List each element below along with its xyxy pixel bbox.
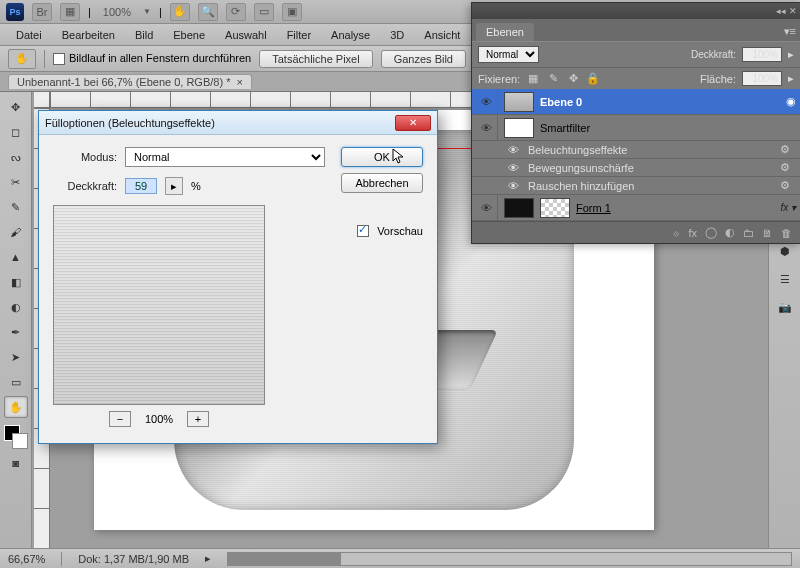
zoom-dropdown-icon[interactable]: ▼ [143, 7, 151, 16]
filter-blend-icon[interactable]: ⚙ [780, 143, 796, 156]
new-group-icon[interactable]: 🗀 [743, 227, 754, 239]
filter-blend-icon[interactable]: ⚙ [780, 179, 796, 192]
layer-ebene-0[interactable]: 👁 Ebene 0 ◉ [472, 89, 800, 115]
menu-bild[interactable]: Bild [127, 26, 161, 44]
eraser-tool[interactable]: ◧ [4, 271, 28, 293]
layer-mask-icon[interactable]: ◯ [705, 226, 717, 239]
lock-transparent-icon[interactable]: ▦ [526, 72, 540, 86]
color-swatches[interactable] [4, 425, 28, 449]
panel-collapse-icon[interactable]: ◂◂ [776, 6, 786, 16]
lock-position-icon[interactable]: ✥ [566, 72, 580, 86]
visibility-icon[interactable]: 👁 [479, 122, 495, 134]
mini-bridge-button[interactable]: ▦ [60, 3, 80, 21]
zoom-tool-shortcut[interactable]: 🔍 [198, 3, 218, 21]
layer-fx-icon[interactable]: fx [688, 227, 697, 239]
lock-all-icon[interactable]: 🔒 [586, 72, 600, 86]
menu-filter[interactable]: Filter [279, 26, 319, 44]
opacity-flyout-icon[interactable]: ▸ [788, 48, 794, 61]
dialog-preview-image[interactable] [53, 205, 265, 405]
arrange-docs-button[interactable]: ▭ [254, 3, 274, 21]
dialog-close-icon[interactable]: ✕ [395, 115, 431, 131]
hand-tool-shortcut[interactable]: ✋ [170, 3, 190, 21]
visibility-icon[interactable]: 👁 [508, 144, 522, 156]
fill-flyout-icon[interactable]: ▸ [788, 72, 794, 85]
dev-icon[interactable]: ☰ [773, 268, 797, 290]
menu-ebene[interactable]: Ebene [165, 26, 213, 44]
photo-icon[interactable]: 📷 [773, 296, 797, 318]
path-select-tool[interactable]: ➤ [4, 346, 28, 368]
lock-label: Fixieren: [478, 73, 520, 85]
fit-screen-button[interactable]: Ganzes Bild [381, 50, 466, 68]
layer-thumb[interactable] [504, 92, 534, 112]
shape-tool[interactable]: ▭ [4, 371, 28, 393]
status-menu-icon[interactable]: ▸ [205, 552, 211, 565]
opacity-field[interactable]: 100% [742, 47, 782, 62]
filter-mask-thumb[interactable] [504, 118, 534, 138]
scroll-all-checkbox[interactable]: Bildlauf in allen Fenstern durchführen [53, 52, 251, 65]
menu-auswahl[interactable]: Auswahl [217, 26, 275, 44]
rotate-view-shortcut[interactable]: ⟳ [226, 3, 246, 21]
delete-layer-icon[interactable]: 🗑 [781, 227, 792, 239]
opacity-slider-flyout[interactable]: ▸ [165, 177, 183, 195]
filter-beleuchtungseffekte[interactable]: 👁 Beleuchtungseffekte ⚙ [472, 141, 800, 159]
close-tab-icon[interactable]: × [236, 76, 242, 88]
menu-datei[interactable]: Datei [8, 26, 50, 44]
bridge-button[interactable]: Br [32, 3, 52, 21]
dialog-titlebar[interactable]: Fülloptionen (Beleuchtungseffekte) ✕ [39, 111, 437, 135]
opacity-input[interactable]: 59 [125, 178, 157, 194]
panel-menu-icon[interactable]: ▾≡ [784, 25, 796, 38]
preview-checkbox[interactable] [357, 225, 369, 237]
layers-tab[interactable]: Ebenen [476, 23, 534, 41]
menu-bearbeiten[interactable]: Bearbeiten [54, 26, 123, 44]
new-layer-icon[interactable]: 🗎 [762, 227, 773, 239]
marquee-tool[interactable]: ◻ [4, 121, 28, 143]
status-zoom[interactable]: 66,67% [8, 553, 45, 565]
status-doc-size[interactable]: Dok: 1,37 MB/1,90 MB [78, 553, 189, 565]
smartfilter-row[interactable]: 👁 Smartfilter [472, 115, 800, 141]
actual-pixels-button[interactable]: Tatsächliche Pixel [259, 50, 372, 68]
stamp-tool[interactable]: ▲ [4, 246, 28, 268]
fill-field[interactable]: 100% [742, 71, 782, 86]
panel-close-icon[interactable]: ✕ [789, 6, 797, 16]
mode-select[interactable]: Normal [125, 147, 325, 167]
lock-pixels-icon[interactable]: ✎ [546, 72, 560, 86]
eyedropper-tool[interactable]: ✎ [4, 196, 28, 218]
filter-blend-icon[interactable]: ⚙ [780, 161, 796, 174]
lasso-tool[interactable]: ᔓ [4, 146, 28, 168]
layer-name[interactable]: Ebene 0 [540, 96, 780, 108]
layer-form-1[interactable]: 👁 Form 1 fx ▾ [472, 195, 800, 221]
link-layers-icon[interactable]: ⟐ [673, 227, 680, 239]
pen-tool[interactable]: ✒ [4, 321, 28, 343]
brush-tool[interactable]: 🖌 [4, 221, 28, 243]
visibility-icon[interactable]: 👁 [479, 96, 495, 108]
horizontal-scrollbar[interactable] [227, 552, 792, 566]
vector-mask-thumb[interactable] [540, 198, 570, 218]
filter-bewegungsunschaerfe[interactable]: 👁 Bewegungsunschärfe ⚙ [472, 159, 800, 177]
zoom-level[interactable]: 100% [99, 6, 135, 18]
menu-ansicht[interactable]: Ansicht [416, 26, 468, 44]
filter-rauschen[interactable]: 👁 Rauschen hinzufügen ⚙ [472, 177, 800, 195]
gradient-tool[interactable]: ◐ [4, 296, 28, 318]
document-tab[interactable]: Unbenannt-1 bei 66,7% (Ebene 0, RGB/8) *… [8, 74, 252, 89]
menu-analyse[interactable]: Analyse [323, 26, 378, 44]
fx-badge[interactable]: fx ▾ [780, 202, 796, 213]
ruler-origin[interactable] [34, 92, 50, 108]
layer-thumb[interactable] [504, 198, 534, 218]
cancel-button[interactable]: Abbrechen [341, 173, 423, 193]
current-tool-icon[interactable]: ✋ [8, 49, 36, 69]
layer-name[interactable]: Form 1 [576, 202, 774, 214]
quickmask-toggle[interactable]: ◙ [4, 452, 28, 474]
visibility-icon[interactable]: 👁 [508, 180, 522, 192]
visibility-icon[interactable]: 👁 [508, 162, 522, 174]
zoom-in-button[interactable]: + [187, 411, 209, 427]
new-fill-icon[interactable]: ◐ [725, 226, 735, 239]
crop-tool[interactable]: ✂ [4, 171, 28, 193]
move-tool[interactable]: ✥ [4, 96, 28, 118]
menu-3d[interactable]: 3D [382, 26, 412, 44]
hand-tool[interactable]: ✋ [4, 396, 28, 418]
screen-mode-button[interactable]: ▣ [282, 3, 302, 21]
zoom-out-button[interactable]: − [109, 411, 131, 427]
blend-mode-select[interactable]: Normal [478, 46, 539, 63]
visibility-icon[interactable]: 👁 [479, 202, 495, 214]
ok-button[interactable]: OK [341, 147, 423, 167]
